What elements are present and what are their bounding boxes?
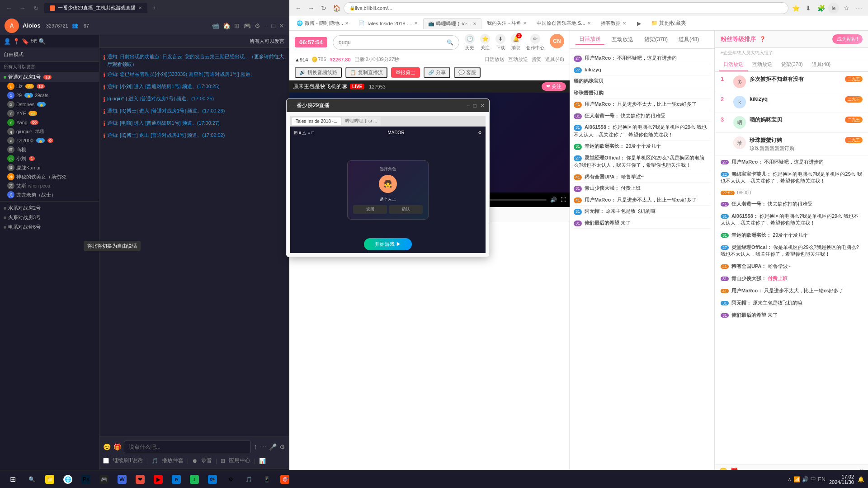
tray-up-icon[interactable]: ∧ xyxy=(788,476,792,483)
tray-wifi-icon[interactable]: 📶 xyxy=(793,476,800,483)
fullscreen-btn[interactable]: ⛶ xyxy=(561,197,566,203)
bili-search[interactable]: 🔍 xyxy=(333,35,459,50)
user-shenmimei[interactable]: 神 神秘的铁美女（场伤32 xyxy=(0,172,99,181)
playlist-btn[interactable]: 播放件套 xyxy=(162,457,184,465)
tab-music[interactable]: 中国原创音乐基地 S... ✕ xyxy=(532,18,595,28)
user-shangen[interactable]: 商 商根 xyxy=(0,145,99,154)
popup-close-btn[interactable]: ✕ xyxy=(480,103,485,109)
tray-input-icon[interactable]: 中 xyxy=(811,475,816,483)
rs-tab-interact[interactable]: 互动放送 xyxy=(748,58,777,71)
tab-tales[interactable]: 📄 Tales Inside 2018 -... ✕ xyxy=(354,19,423,28)
service-btn[interactable]: 💬 客服 xyxy=(454,67,481,78)
chat-tab-tools[interactable]: 道具(48) xyxy=(675,35,703,44)
bili-user-avatar[interactable]: CN xyxy=(550,34,564,48)
history-icon[interactable]: 🕐 历史 xyxy=(465,34,475,51)
maximize-icon[interactable]: □ xyxy=(272,22,275,29)
tab-close-btn[interactable]: ✕ xyxy=(138,5,142,10)
forward-btn[interactable]: → xyxy=(17,3,28,14)
tray-notification-icon[interactable]: 🔔 xyxy=(858,476,864,483)
rs-tab-goods[interactable]: 货架(378) xyxy=(777,58,807,71)
douyu-tab-close[interactable]: ✕ xyxy=(523,21,527,26)
game-btn-2[interactable]: 确认 xyxy=(389,205,423,214)
settings-chat-icon[interactable]: ⚙ xyxy=(279,443,285,450)
taskbar-util1[interactable]: ⚙ xyxy=(222,471,239,488)
download-icon[interactable]: ⬇ 下载 xyxy=(495,34,505,51)
taskbar-app2[interactable]: ❤ xyxy=(132,471,148,488)
record-icon[interactable]: ⏺ xyxy=(192,458,198,464)
address-bar[interactable]: 🔒 live.bilibili.com/... xyxy=(344,2,788,14)
channel-1[interactable]: 普通对战房1号 18 xyxy=(0,72,99,82)
interact-stats-btn[interactable]: 互动放送 xyxy=(508,56,528,63)
send-up-icon[interactable]: ↑ xyxy=(254,443,257,451)
rs-help-icon[interactable]: ❓ xyxy=(760,36,766,42)
app-center-btn[interactable]: 应用中心 xyxy=(229,457,250,465)
user-yang[interactable]: Y Yang 00 xyxy=(0,118,99,127)
follow-icon[interactable]: ⭐ 关注 xyxy=(480,34,490,51)
rs-tab-tools[interactable]: 道具(48) xyxy=(807,58,835,71)
map-icon-btn[interactable]: 🗺 xyxy=(31,38,37,45)
popup-tab-1[interactable]: Tales Inside 2018 -... xyxy=(292,117,341,125)
bili-search-input[interactable] xyxy=(339,39,444,46)
creator-icon[interactable]: ✏ 创作中心 xyxy=(526,34,544,51)
new-tab-btn[interactable]: ＋ xyxy=(152,4,157,12)
message-icon[interactable]: 🔔2 消息 xyxy=(511,34,521,51)
profile-btn[interactable]: Ie xyxy=(828,3,839,14)
taskbar-yt[interactable]: ▶ xyxy=(150,471,166,488)
right-home-btn[interactable]: 🏠 xyxy=(331,3,342,14)
podcast-tab-close[interactable]: ✕ xyxy=(623,21,626,26)
home-icon[interactable]: 🏠 xyxy=(223,22,231,29)
record-btn[interactable]: 录音 xyxy=(201,457,212,465)
continue-checkbox[interactable] xyxy=(103,458,109,464)
popup-tab-2[interactable]: 哔哩哔哩 ('·ω·... xyxy=(342,117,381,126)
report-btn[interactable]: 举报勇士 xyxy=(391,67,420,78)
popup-min-btn[interactable]: − xyxy=(467,103,470,109)
user-dstones[interactable]: D Dstones 🥇 xyxy=(0,100,99,109)
search-sidebar-btn[interactable]: 🔍 xyxy=(38,38,46,45)
user-qiuqiu[interactable]: q qiuqiu^. 地毯 xyxy=(0,127,99,136)
tools-btn[interactable]: 道具(48) xyxy=(545,56,564,63)
goods-btn[interactable]: 货架 xyxy=(532,56,542,63)
taskbar-util2[interactable]: 🎵 xyxy=(241,471,257,488)
chat-tab-interact[interactable]: 互动放送 xyxy=(608,35,637,44)
music-icon[interactable]: 🎵 xyxy=(151,458,158,464)
channel-water[interactable]: 水系对战房2号 xyxy=(0,203,99,213)
daily-stats-btn[interactable]: 日活放送 xyxy=(485,56,505,63)
user-longlong[interactable]: 龙 龙龙老弟（战士） xyxy=(0,190,99,199)
download-nav-btn[interactable]: ⬇ xyxy=(803,3,814,14)
tab-bilibili[interactable]: 📺 哔哩哔哩 ('·ω·... ✕ xyxy=(423,18,481,29)
share-btn[interactable]: 🔗 分享 xyxy=(424,67,450,78)
taskbar-edge[interactable]: e xyxy=(168,471,184,488)
taskbar-game2[interactable]: 🎯 xyxy=(277,471,293,488)
rs-tab-daily[interactable]: 日活放送 xyxy=(719,58,748,71)
user-aisi[interactable]: 艾 艾斯 when peop. xyxy=(0,181,99,190)
browser-tab-active[interactable]: 一番少侠29直播_主机其他游戏直播 ✕ xyxy=(44,3,147,13)
favorites-tab-btn[interactable]: 📁 其他收藏夹 xyxy=(647,18,690,29)
user-29[interactable]: 2 29 🥇 29cats xyxy=(0,91,99,100)
tab-weibo[interactable]: 🌐 微博 - 随时随地... ✕ xyxy=(292,18,353,28)
popup-max-btn[interactable]: □ xyxy=(473,103,476,109)
user-zzl2000[interactable]: z zzl2000 🥇 0 xyxy=(0,136,99,145)
chat-input-field[interactable] xyxy=(124,441,251,453)
new-tab-right-btn[interactable]: ▶ xyxy=(633,19,645,28)
chat-tab-goods[interactable]: 货架(378) xyxy=(641,35,671,44)
user-yyf[interactable]: Y YYF 👑 xyxy=(0,109,99,118)
taskbar-store[interactable]: 🛍 xyxy=(204,471,221,488)
taskbar-media[interactable]: ♪ xyxy=(186,471,203,488)
right-forward-btn[interactable]: → xyxy=(306,3,316,14)
video-icon[interactable]: 📹 xyxy=(212,22,219,29)
extension-btn[interactable]: 🧩 xyxy=(816,3,826,14)
music-tab-close[interactable]: ✕ xyxy=(587,21,591,26)
volume-embed-btn[interactable]: 🔊 xyxy=(550,197,557,203)
minimize-icon[interactable]: − xyxy=(264,22,268,29)
bookmark-icon-btn[interactable]: 🔖 xyxy=(22,38,29,45)
tab-podcast[interactable]: 播客数据 ✕ xyxy=(596,18,631,28)
chart-icon[interactable]: 📊 xyxy=(259,458,266,464)
refresh-btn[interactable]: ↻ xyxy=(31,3,42,14)
favorites-btn[interactable]: ☆ xyxy=(841,3,852,14)
back-btn[interactable]: ← xyxy=(4,3,14,14)
taskbar-game1[interactable]: 🎮 xyxy=(96,471,112,488)
bookmark-nav-btn[interactable]: ⭐ xyxy=(790,3,801,14)
grid-app-icon[interactable]: ⊞ xyxy=(221,458,225,464)
taskbar-app1[interactable]: W xyxy=(114,471,130,488)
close-icon[interactable]: ✕ xyxy=(279,22,284,29)
